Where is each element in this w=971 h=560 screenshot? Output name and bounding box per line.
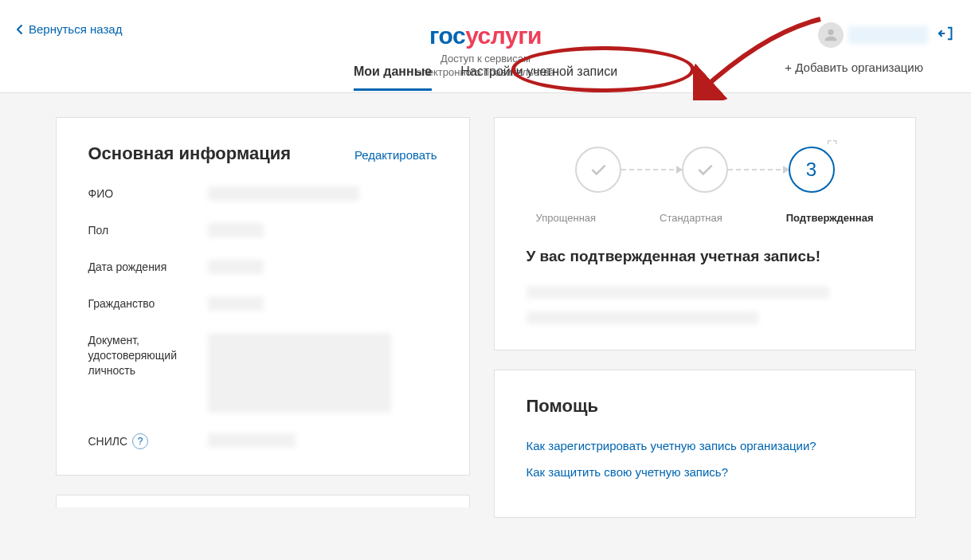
next-card-stub [56, 495, 470, 507]
step-label-standard: Стандартная [660, 212, 722, 224]
logout-icon [938, 25, 955, 42]
value-gender-redacted [208, 223, 264, 237]
back-link[interactable]: Вернуться назад [16, 22, 122, 36]
edit-link[interactable]: Редактировать [354, 148, 437, 162]
step-1 [575, 147, 621, 193]
user-icon [822, 26, 840, 44]
snils-help-icon[interactable]: ? [132, 433, 148, 449]
help-link-register-org[interactable]: Как зарегистрировать учетную запись орга… [527, 439, 883, 452]
label-snils: СНИЛС [88, 434, 128, 449]
step-2 [682, 147, 728, 193]
value-fio-redacted [208, 186, 359, 201]
status-body-redacted [527, 286, 883, 324]
label-id-doc: Документ, удостоверяющий личность [88, 333, 208, 378]
check-icon [588, 159, 609, 180]
add-organization-link[interactable]: + Добавить организацию [785, 61, 923, 74]
logout-button[interactable] [938, 25, 955, 45]
logo-part2: услуги [465, 22, 542, 49]
focus-icon: ⌜⌝ [827, 139, 838, 151]
avatar[interactable] [818, 22, 844, 48]
back-link-label: Вернуться назад [29, 22, 122, 36]
info-row-gender: Пол [88, 223, 437, 239]
status-title: У вас подтвержденная учетная запись! [527, 248, 883, 265]
info-row-citizenship: Гражданство [88, 296, 437, 312]
step-3-label: 3 [806, 159, 816, 181]
info-row-id-doc: Документ, удостоверяющий личность [88, 333, 437, 413]
info-row-fio: ФИО [88, 186, 437, 202]
user-area [818, 22, 955, 48]
logo: госуслуги [417, 22, 554, 49]
info-row-snils: СНИЛС ? [88, 433, 437, 449]
account-status-card: 3 ⌜⌝ Упрощенная Стандартная Подтвержденн… [494, 117, 916, 350]
tabs: Мои данные Настройки учетной записи [354, 65, 617, 91]
step-connector [728, 169, 789, 170]
tab-my-data[interactable]: Мои данные [354, 65, 432, 91]
value-citizenship-redacted [208, 296, 264, 311]
username-redacted [848, 26, 928, 44]
main-info-card: Основная информация Редактировать ФИО По… [56, 117, 470, 476]
help-card: Помощь Как зарегистрировать учетную запи… [494, 370, 916, 518]
help-link-protect[interactable]: Как защитить свою учетную запись? [527, 465, 883, 479]
logo-part1: гос [429, 22, 465, 49]
verification-steps: 3 ⌜⌝ [527, 147, 883, 193]
label-citizenship: Гражданство [88, 296, 208, 311]
value-id-doc-redacted [208, 333, 391, 413]
chevron-left-icon [16, 24, 24, 35]
info-row-dob: Дата рождения [88, 260, 437, 276]
step-label-simple: Упрощенная [536, 212, 597, 224]
tab-account-settings[interactable]: Настройки учетной записи [460, 65, 617, 91]
step-3: 3 ⌜⌝ [789, 147, 835, 193]
help-title: Помощь [527, 396, 883, 417]
label-dob: Дата рождения [88, 260, 208, 275]
main-info-title: Основная информация [88, 143, 292, 164]
value-dob-redacted [208, 260, 264, 274]
check-icon [695, 159, 715, 180]
value-snils-redacted [208, 433, 296, 448]
step-connector [621, 169, 682, 170]
label-gender: Пол [88, 223, 208, 238]
step-label-confirmed: Подтвержденная [786, 212, 874, 224]
label-fio: ФИО [88, 186, 208, 202]
